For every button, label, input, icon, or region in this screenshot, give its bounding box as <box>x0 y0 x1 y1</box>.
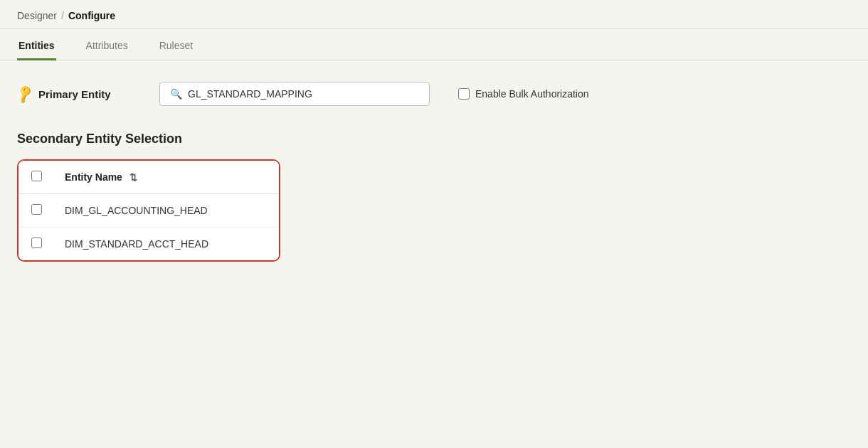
row-1-checkbox[interactable] <box>31 204 42 215</box>
table-header-entity-name: Entity Name ⇅ <box>53 161 279 194</box>
secondary-entity-section-title: Secondary Entity Selection <box>17 132 851 146</box>
bulk-authorization-text: Enable Bulk Authorization <box>475 88 589 100</box>
sort-icon[interactable]: ⇅ <box>129 172 137 183</box>
bulk-authorization-label[interactable]: Enable Bulk Authorization <box>458 88 589 100</box>
tab-attributes[interactable]: Attributes <box>85 30 129 60</box>
primary-entity-search-input[interactable] <box>188 88 419 100</box>
primary-entity-label: 🔑 Primary Entity <box>17 86 145 102</box>
tab-entities[interactable]: Entities <box>17 30 56 60</box>
breadcrumb-current: Configure <box>68 10 115 21</box>
breadcrumb: Designer / Configure <box>0 0 868 29</box>
key-icon: 🔑 <box>14 83 36 105</box>
tab-ruleset[interactable]: Ruleset <box>158 30 194 60</box>
table-row: DIM_STANDARD_ACCT_HEAD <box>18 228 279 261</box>
entity-table: Entity Name ⇅ DIM_GL_ACCOUNTING_HEAD <box>18 161 279 260</box>
select-all-checkbox[interactable] <box>31 171 42 181</box>
row-2-checkbox[interactable] <box>31 238 42 248</box>
breadcrumb-separator: / <box>61 10 64 21</box>
row-2-entity-name: DIM_STANDARD_ACCT_HEAD <box>53 228 279 261</box>
breadcrumb-parent[interactable]: Designer <box>17 10 57 21</box>
entity-table-container: Entity Name ⇅ DIM_GL_ACCOUNTING_HEAD <box>17 159 280 262</box>
page-container: Designer / Configure Entities Attributes… <box>0 0 868 448</box>
main-content: 🔑 Primary Entity 🔍 Enable Bulk Authoriza… <box>0 60 868 281</box>
tabs-bar: Entities Attributes Ruleset <box>0 29 868 60</box>
search-icon: 🔍 <box>170 88 182 100</box>
row-1-checkbox-cell <box>18 194 53 228</box>
primary-entity-text: Primary Entity <box>38 88 111 100</box>
row-2-checkbox-cell <box>18 228 53 261</box>
bulk-authorization-checkbox[interactable] <box>458 88 470 100</box>
table-row: DIM_GL_ACCOUNTING_HEAD <box>18 194 279 228</box>
table-header-checkbox-cell <box>18 161 53 194</box>
row-1-entity-name: DIM_GL_ACCOUNTING_HEAD <box>53 194 279 228</box>
primary-entity-search-box[interactable]: 🔍 <box>159 82 430 106</box>
primary-entity-row: 🔑 Primary Entity 🔍 Enable Bulk Authoriza… <box>17 82 851 106</box>
